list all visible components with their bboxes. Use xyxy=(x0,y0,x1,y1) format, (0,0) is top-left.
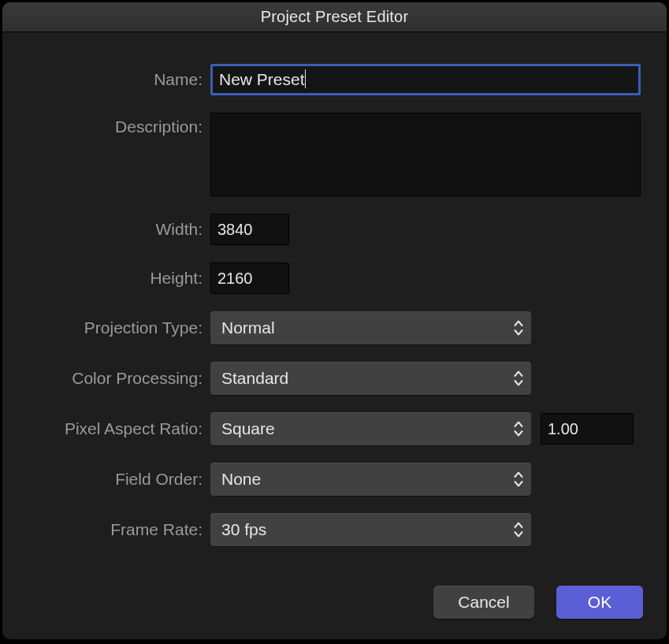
width-input[interactable] xyxy=(210,214,289,245)
frame-rate-select[interactable]: 30 fps xyxy=(210,513,531,546)
description-label: Description: xyxy=(26,113,210,141)
form-content: Name: Description: Width: Height: Projec xyxy=(2,32,667,546)
color-processing-label: Color Processing: xyxy=(26,364,210,393)
projection-type-label: Projection Type: xyxy=(26,314,210,342)
pixel-aspect-ratio-label: Pixel Aspect Ratio: xyxy=(26,415,210,443)
ok-button[interactable]: OK xyxy=(556,586,643,619)
frame-rate-label: Frame Rate: xyxy=(26,516,210,544)
width-label: Width: xyxy=(26,215,210,244)
projection-type-value: Normal xyxy=(221,318,275,337)
dialog-footer: Cancel OK xyxy=(433,586,643,619)
window-titlebar: Project Preset Editor xyxy=(2,2,667,32)
cancel-button-label: Cancel xyxy=(458,593,509,612)
height-label: Height: xyxy=(26,264,210,292)
name-label: Name: xyxy=(26,65,210,94)
field-order-value: None xyxy=(221,470,261,489)
window-title: Project Preset Editor xyxy=(261,8,409,26)
pixel-aspect-ratio-value: Square xyxy=(221,419,275,438)
updown-icon xyxy=(514,422,523,437)
color-processing-select[interactable]: Standard xyxy=(210,362,531,395)
height-input[interactable] xyxy=(210,262,289,294)
text-caret xyxy=(305,69,306,88)
description-textarea[interactable] xyxy=(210,113,641,196)
ok-button-label: OK xyxy=(588,593,611,612)
frame-rate-value: 30 fps xyxy=(221,520,266,539)
updown-icon xyxy=(514,371,523,386)
updown-icon xyxy=(514,523,523,538)
projection-type-select[interactable]: Normal xyxy=(210,311,531,344)
pixel-aspect-value-input[interactable] xyxy=(541,413,634,445)
field-order-select[interactable]: None xyxy=(210,463,531,496)
name-input[interactable] xyxy=(210,64,641,95)
updown-icon xyxy=(514,472,523,487)
cancel-button[interactable]: Cancel xyxy=(433,586,534,619)
updown-icon xyxy=(514,321,523,336)
preset-editor-window: Project Preset Editor Name: Description:… xyxy=(2,2,667,639)
color-processing-value: Standard xyxy=(221,369,288,388)
field-order-label: Field Order: xyxy=(26,465,210,493)
pixel-aspect-ratio-select[interactable]: Square xyxy=(210,412,531,445)
